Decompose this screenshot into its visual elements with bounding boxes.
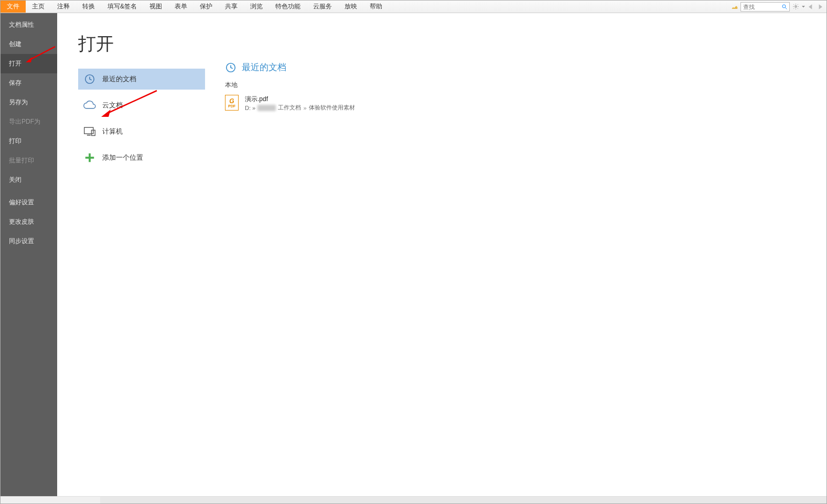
file-name: 演示.pdf	[245, 95, 355, 104]
menu-tab-8[interactable]: 共享	[219, 1, 244, 13]
path-segment: 体验软件使用素材	[309, 104, 355, 112]
location-label: 最近的文档	[102, 74, 136, 84]
location-label: 添加一个位置	[102, 153, 143, 162]
sidebar-item-4[interactable]: 另存为	[1, 93, 57, 112]
gear-icon[interactable]	[791, 2, 800, 12]
menubar-spacer	[389, 1, 730, 13]
nav-next-icon[interactable]	[816, 4, 824, 9]
clock-icon	[225, 62, 237, 73]
file-path: D: » ████ 工作文档 » 体验软件使用素材	[245, 104, 355, 112]
menubar: 文件主页注释转换填写&签名视图表单保护共享浏览特色功能云服务放映帮助	[1, 1, 826, 13]
file-text: 演示.pdf D: » ████ 工作文档 » 体验软件使用素材	[245, 95, 355, 112]
sidebar-item-1[interactable]: 创建	[1, 35, 57, 54]
menu-tab-2[interactable]: 注释	[51, 1, 76, 13]
section-title: 最近的文档	[242, 61, 286, 73]
menu-tab-5[interactable]: 视图	[143, 1, 168, 13]
sidebar-item-6[interactable]: 打印	[1, 132, 57, 151]
recent-documents-panel: 最近的文档 本地 GPDF 演示.pdf D: » ████ 工作文档 » 体验…	[209, 13, 826, 496]
location-cloud[interactable]: 云文档	[78, 95, 205, 116]
svg-point-2	[794, 6, 796, 7]
open-locations-panel: 打开 最近的文档 云文档 计算机	[57, 13, 209, 496]
menu-tab-6[interactable]: 表单	[168, 1, 194, 13]
menubar-right	[730, 1, 826, 13]
sidebar-item-3[interactable]: 保存	[1, 73, 57, 93]
recent-file-item[interactable]: GPDF 演示.pdf D: » ████ 工作文档 » 体验软件使用素材	[225, 93, 805, 114]
menu-tab-12[interactable]: 放映	[338, 1, 363, 13]
svg-point-0	[782, 5, 786, 8]
search-input[interactable]	[741, 4, 780, 10]
search-box[interactable]	[740, 2, 790, 12]
menu-tab-7[interactable]: 保护	[194, 1, 219, 13]
menu-tab-0[interactable]: 文件	[1, 1, 26, 13]
sidebar-item-0[interactable]: 文档属性	[1, 15, 57, 35]
path-blurred-segment: ████	[257, 105, 276, 111]
location-computer[interactable]: 计算机	[78, 121, 205, 142]
path-separator-icon: »	[303, 105, 306, 111]
svg-line-1	[786, 7, 787, 9]
menu-tab-1[interactable]: 主页	[26, 1, 51, 13]
nav-prev-icon[interactable]	[807, 4, 815, 9]
computer-icon	[83, 125, 96, 138]
menu-tab-11[interactable]: 云服务	[307, 1, 338, 13]
location-label: 计算机	[102, 127, 123, 136]
svg-rect-5	[87, 135, 91, 136]
path-segment: D: »	[245, 105, 255, 111]
horizontal-scrollbar[interactable]	[1, 496, 826, 503]
menu-tab-13[interactable]: 帮助	[363, 1, 389, 13]
section-heading: 最近的文档	[225, 61, 805, 73]
sidebar-item-8[interactable]: 关闭	[1, 170, 57, 190]
cloud-icon	[83, 99, 96, 112]
sidebar-item-11[interactable]: 同步设置	[1, 232, 57, 251]
path-segment: 工作文档	[278, 104, 301, 112]
page-title: 打开	[78, 32, 205, 56]
group-label: 本地	[225, 81, 805, 90]
clock-icon	[83, 73, 96, 85]
sidebar-item-10[interactable]: 更改皮肤	[1, 212, 57, 232]
sidebar-item-7: 批量打印	[1, 151, 57, 170]
menu-tab-3[interactable]: 转换	[76, 1, 101, 13]
sidebar-item-2[interactable]: 打开	[1, 54, 57, 73]
search-icon[interactable]	[780, 3, 789, 11]
location-label: 云文档	[102, 101, 123, 110]
location-add[interactable]: 添加一个位置	[78, 147, 205, 168]
menu-tab-9[interactable]: 浏览	[244, 1, 269, 13]
sidebar-item-5: 导出PDF为	[1, 112, 57, 132]
location-recent[interactable]: 最近的文档	[78, 69, 205, 90]
plus-icon	[83, 151, 96, 164]
svg-rect-8	[85, 157, 94, 159]
highlight-icon[interactable]	[730, 2, 739, 12]
sidebar-item-9[interactable]: 偏好设置	[1, 193, 57, 212]
dropdown-icon[interactable]	[801, 2, 805, 12]
file-sidebar: 文档属性创建打开保存另存为导出PDF为打印批量打印关闭偏好设置更改皮肤同步设置	[1, 13, 57, 496]
svg-rect-4	[84, 127, 93, 134]
menu-tab-10[interactable]: 特色功能	[269, 1, 307, 13]
pdf-file-icon: GPDF	[225, 95, 239, 111]
menu-tab-4[interactable]: 填写&签名	[101, 1, 143, 13]
